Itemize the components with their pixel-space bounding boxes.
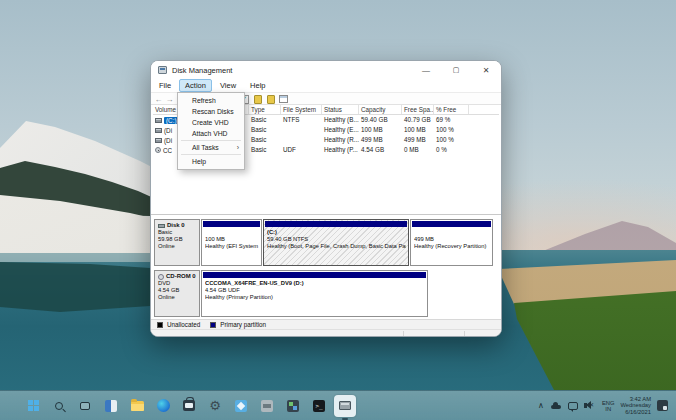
back-arrow-icon[interactable]: ← bbox=[153, 94, 164, 104]
cell-pct: 100 % bbox=[434, 125, 469, 135]
disk-management-icon bbox=[339, 401, 351, 410]
disk-size: 59.98 GB bbox=[158, 236, 196, 243]
disk-management-app-icon bbox=[158, 66, 167, 74]
menu-view[interactable]: View bbox=[214, 79, 242, 92]
action-dropdown-menu: Refresh Rescan Disks Create VHD Attach V… bbox=[177, 92, 245, 170]
disk0-label[interactable]: Disk 0 Basic 59.98 GB Online bbox=[154, 219, 200, 266]
cell-fs: UDF bbox=[281, 145, 322, 155]
menu-item-rescan-disks[interactable]: Rescan Disks bbox=[178, 106, 244, 117]
cdrom0-label[interactable]: CD-ROM 0 DVD 4.54 GB Online bbox=[154, 270, 200, 317]
menu-separator bbox=[181, 140, 241, 141]
settings-button[interactable]: ⚙ bbox=[204, 395, 226, 417]
menu-separator bbox=[181, 154, 241, 155]
app-button-1[interactable] bbox=[230, 395, 252, 417]
menu-help[interactable]: Help bbox=[244, 79, 271, 92]
notification-icon[interactable] bbox=[657, 400, 668, 411]
col-capacity[interactable]: Capacity bbox=[359, 105, 402, 114]
partition-recovery[interactable]: 499 MB Healthy (Recovery Partition) bbox=[410, 219, 493, 266]
edge-button[interactable] bbox=[152, 395, 174, 417]
task-view-icon bbox=[80, 402, 90, 410]
widgets-button[interactable] bbox=[100, 395, 122, 417]
maximize-button[interactable]: ▢ bbox=[441, 61, 471, 79]
all-tasks-label: All Tasks bbox=[192, 144, 219, 151]
cell-free: 0 MB bbox=[402, 145, 434, 155]
language-line2: IN bbox=[602, 406, 615, 412]
app-icon-gray bbox=[261, 400, 273, 412]
edge-icon bbox=[157, 399, 170, 412]
menu-bar: File Action View Help bbox=[151, 79, 501, 92]
file-explorer-button[interactable] bbox=[126, 395, 148, 417]
app-button-2[interactable] bbox=[256, 395, 278, 417]
drive-icon bbox=[155, 128, 162, 133]
store-button[interactable] bbox=[178, 395, 200, 417]
disk-size: 4.54 GB bbox=[158, 287, 196, 294]
title-bar[interactable]: Disk Management — ▢ ✕ bbox=[151, 61, 501, 79]
cell-fs bbox=[281, 125, 322, 135]
pane-splitter[interactable] bbox=[151, 214, 501, 215]
minimize-button[interactable]: — bbox=[411, 61, 441, 79]
cell-fs: NTFS bbox=[281, 115, 322, 125]
taskbar: ⚙ >_ ∧ ENG IN 3:42 AM Wednesday 6/16/202… bbox=[0, 390, 676, 420]
chat-icon[interactable] bbox=[568, 402, 578, 410]
cell-capacity: 100 MB bbox=[359, 125, 402, 135]
primary-partition-bar bbox=[412, 221, 491, 227]
active-app-indicator bbox=[342, 418, 348, 420]
store-icon bbox=[183, 400, 195, 411]
partition-c[interactable]: (C:) 59.40 GB NTFS Healthy (Boot, Page F… bbox=[263, 219, 409, 266]
clock[interactable]: 3:42 AM Wednesday 6/16/2021 bbox=[620, 396, 651, 415]
language-indicator[interactable]: ENG IN bbox=[602, 400, 615, 412]
forward-arrow-icon[interactable]: → bbox=[164, 94, 175, 104]
cell-capacity: 59.40 GB bbox=[359, 115, 402, 125]
disk-name: Disk 0 bbox=[167, 222, 185, 229]
submenu-arrow-icon: › bbox=[237, 142, 239, 153]
terminal-button[interactable]: >_ bbox=[308, 395, 330, 417]
cell-free: 100 MB bbox=[402, 125, 434, 135]
partition-size: 4.54 GB UDF bbox=[205, 287, 425, 294]
help-book-icon[interactable] bbox=[252, 94, 263, 104]
menu-file[interactable]: File bbox=[153, 79, 177, 92]
partition-dvd[interactable]: CCCOMA_X64FRE_EN-US_DV9 (D:) 4.54 GB UDF… bbox=[201, 270, 428, 317]
start-button[interactable] bbox=[22, 395, 44, 417]
col-type[interactable]: Type bbox=[249, 105, 281, 114]
status-separator bbox=[464, 331, 465, 337]
disk-management-taskbar-button[interactable] bbox=[334, 395, 356, 417]
onedrive-cloud-icon[interactable] bbox=[550, 402, 562, 409]
search-button[interactable] bbox=[48, 395, 70, 417]
app-button-3[interactable] bbox=[282, 395, 304, 417]
speaker-muted-icon[interactable] bbox=[584, 401, 596, 410]
status-separator bbox=[403, 331, 404, 337]
system-tray: ∧ ENG IN 3:42 AM Wednesday 6/16/2021 bbox=[538, 396, 676, 415]
search-icon bbox=[55, 402, 63, 410]
menu-item-create-vhd[interactable]: Create VHD bbox=[178, 117, 244, 128]
menu-item-help[interactable]: Help bbox=[178, 156, 244, 167]
menu-action[interactable]: Action bbox=[179, 79, 212, 92]
task-view-button[interactable] bbox=[74, 395, 96, 417]
col-pct-free[interactable]: % Free bbox=[434, 105, 469, 114]
col-file-system[interactable]: File System bbox=[281, 105, 322, 114]
partition-size: 59.40 GB NTFS bbox=[267, 236, 406, 243]
close-button[interactable]: ✕ bbox=[471, 61, 501, 79]
volume-name: (Di bbox=[164, 127, 172, 134]
unallocated-swatch bbox=[157, 322, 163, 328]
terminal-icon: >_ bbox=[313, 400, 325, 412]
gear-icon: ⚙ bbox=[209, 399, 221, 412]
show-console-icon[interactable] bbox=[278, 94, 289, 104]
partition-efi[interactable]: 100 MB Healthy (EFI System P... bbox=[201, 219, 262, 266]
menu-item-attach-vhd[interactable]: Attach VHD bbox=[178, 128, 244, 139]
col-status[interactable]: Status bbox=[322, 105, 359, 114]
disk-name: CD-ROM 0 bbox=[166, 273, 196, 280]
tray-chevron-icon[interactable]: ∧ bbox=[538, 402, 544, 410]
cell-type: Basic bbox=[249, 125, 281, 135]
cd-icon bbox=[158, 274, 164, 280]
partition-status: Healthy (EFI System P... bbox=[205, 243, 259, 250]
menu-item-all-tasks[interactable]: All Tasks › bbox=[178, 142, 244, 153]
partition-size: 499 MB bbox=[414, 236, 490, 243]
col-free-space[interactable]: Free Spa... bbox=[402, 105, 434, 114]
cell-type: Basic bbox=[249, 135, 281, 145]
help-book-icon-2[interactable] bbox=[265, 94, 276, 104]
partition-status: Healthy (Primary Partition) bbox=[205, 294, 425, 301]
menu-item-refresh[interactable]: Refresh bbox=[178, 95, 244, 106]
photos-icon bbox=[287, 400, 299, 412]
widgets-icon bbox=[105, 400, 117, 412]
disk-type: DVD bbox=[158, 280, 196, 287]
